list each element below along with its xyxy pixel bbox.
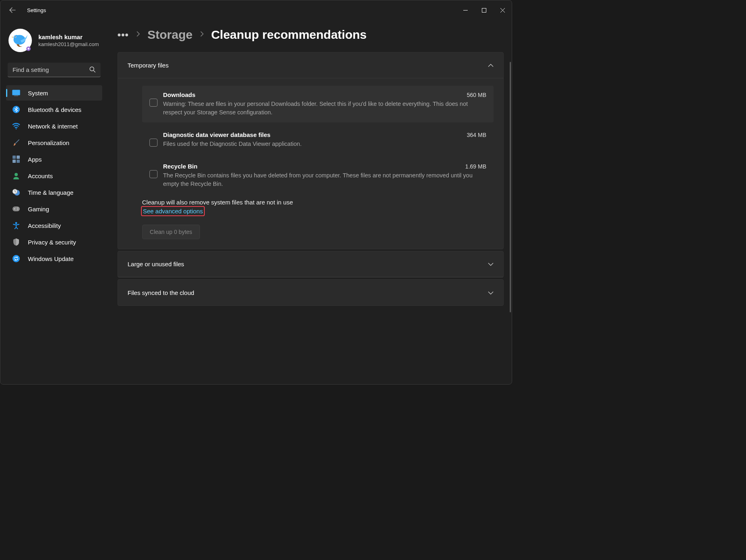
cleanup-note: Cleanup will also remove system files th… bbox=[142, 199, 494, 206]
cloud-files-header[interactable]: Files synced to the cloud bbox=[118, 280, 503, 305]
update-icon bbox=[12, 254, 21, 263]
large-files-header[interactable]: Large or unused files bbox=[118, 251, 503, 277]
svg-point-16 bbox=[15, 173, 18, 176]
sidebar-item-update[interactable]: Windows Update bbox=[6, 251, 102, 266]
titlebar: Settings bbox=[0, 0, 512, 20]
sidebar-item-personalization[interactable]: Personalization bbox=[6, 135, 102, 150]
content-area: ••• Storage Cleanup recommendations Temp… bbox=[105, 20, 512, 307]
item-description: The Recycle Bin contains files you have … bbox=[163, 171, 486, 188]
sidebar: kamlesh kumar kamlesh2011@gmail.com Syst… bbox=[0, 20, 105, 384]
sidebar-item-time[interactable]: Time & language bbox=[6, 185, 102, 200]
wifi-icon bbox=[12, 122, 21, 131]
svg-rect-0 bbox=[482, 8, 486, 12]
sidebar-item-label: Network & internet bbox=[28, 123, 98, 130]
svg-point-23 bbox=[15, 222, 17, 224]
window-controls bbox=[456, 2, 512, 18]
sidebar-item-label: System bbox=[28, 90, 98, 97]
svg-point-4 bbox=[15, 36, 16, 37]
user-profile[interactable]: kamlesh kumar kamlesh2011@gmail.com bbox=[6, 25, 102, 59]
paintbrush-icon bbox=[12, 138, 21, 147]
sidebar-item-gaming[interactable]: Gaming bbox=[6, 201, 102, 217]
scrollbar[interactable] bbox=[510, 62, 511, 312]
item-title: Downloads bbox=[163, 91, 467, 98]
maximize-button[interactable] bbox=[475, 2, 493, 18]
cleanup-button[interactable]: Clean up 0 bytes bbox=[142, 225, 200, 239]
minimize-icon bbox=[463, 8, 468, 13]
person-icon bbox=[12, 171, 21, 180]
item-size: 560 MB bbox=[467, 92, 486, 98]
chevron-up-icon bbox=[488, 62, 494, 69]
bluetooth-icon bbox=[12, 105, 21, 114]
close-button[interactable] bbox=[493, 2, 512, 18]
svg-point-6 bbox=[27, 48, 29, 49]
page-title: Cleanup recommendations bbox=[211, 28, 367, 42]
temporary-files-header[interactable]: Temporary files bbox=[118, 53, 503, 78]
sidebar-item-accounts[interactable]: Accounts bbox=[6, 168, 102, 183]
sidebar-item-apps[interactable]: Apps bbox=[6, 152, 102, 167]
checkbox-downloads[interactable] bbox=[149, 99, 158, 107]
large-files-panel: Large or unused files bbox=[118, 251, 504, 278]
item-description: Files used for the Diagnostic Data Viewe… bbox=[163, 140, 486, 148]
avatar bbox=[8, 29, 32, 52]
user-email: kamlesh2011@gmail.com bbox=[38, 41, 99, 47]
sidebar-item-label: Bluetooth & devices bbox=[28, 106, 98, 113]
gear-icon bbox=[26, 46, 31, 51]
close-icon bbox=[500, 8, 505, 13]
item-title: Recycle Bin bbox=[163, 163, 465, 170]
item-size: 364 MB bbox=[467, 132, 486, 138]
temporary-files-body: Downloads 560 MB Warning: These are file… bbox=[118, 78, 503, 249]
item-description: Warning: These are files in your persona… bbox=[163, 100, 486, 117]
svg-rect-14 bbox=[13, 160, 16, 163]
chevron-right-icon bbox=[136, 31, 140, 38]
bird-avatar-icon bbox=[11, 33, 29, 48]
search-icon bbox=[89, 66, 96, 74]
minimize-button[interactable] bbox=[456, 2, 475, 18]
chevron-down-icon bbox=[488, 289, 494, 296]
checkbox-diagnostic[interactable] bbox=[149, 139, 158, 147]
nav-list: System Bluetooth & devices Network & int… bbox=[6, 85, 102, 266]
back-button[interactable] bbox=[8, 5, 17, 15]
panel-title: Temporary files bbox=[128, 62, 488, 69]
svg-rect-19 bbox=[13, 206, 20, 211]
chevron-right-icon bbox=[200, 31, 204, 38]
search-input[interactable] bbox=[8, 63, 101, 77]
svg-rect-9 bbox=[14, 96, 18, 97]
sidebar-item-system[interactable]: System bbox=[6, 85, 102, 101]
sidebar-item-label: Privacy & security bbox=[28, 239, 98, 246]
sidebar-item-label: Windows Update bbox=[28, 255, 98, 262]
cleanup-item-downloads: Downloads 560 MB Warning: These are file… bbox=[142, 86, 494, 122]
svg-rect-13 bbox=[17, 156, 20, 159]
settings-window: Settings bbox=[0, 0, 512, 385]
cleanup-item-diagnostic: Diagnostic data viewer database files 36… bbox=[142, 126, 494, 154]
sidebar-item-accessibility[interactable]: Accessibility bbox=[6, 218, 102, 233]
sidebar-item-label: Apps bbox=[28, 156, 98, 163]
temporary-files-panel: Temporary files Downloads 560 MB Warning… bbox=[118, 52, 504, 249]
breadcrumb-more[interactable]: ••• bbox=[118, 33, 129, 37]
search-container bbox=[8, 63, 101, 77]
svg-point-2 bbox=[14, 35, 20, 40]
sidebar-item-label: Time & language bbox=[28, 189, 98, 196]
item-title: Diagnostic data viewer database files bbox=[163, 131, 467, 138]
sidebar-item-label: Accounts bbox=[28, 173, 98, 179]
cloud-files-panel: Files synced to the cloud bbox=[118, 279, 504, 306]
svg-point-20 bbox=[14, 208, 15, 209]
sidebar-item-bluetooth[interactable]: Bluetooth & devices bbox=[6, 102, 102, 117]
chevron-down-icon bbox=[488, 261, 494, 267]
breadcrumb: ••• Storage Cleanup recommendations bbox=[118, 28, 504, 42]
sidebar-item-privacy[interactable]: Privacy & security bbox=[6, 234, 102, 250]
svg-point-22 bbox=[17, 209, 18, 210]
svg-rect-15 bbox=[17, 160, 20, 163]
breadcrumb-storage[interactable]: Storage bbox=[147, 28, 193, 42]
checkbox-recyclebin[interactable] bbox=[149, 170, 158, 178]
shield-icon bbox=[12, 238, 21, 246]
svg-rect-12 bbox=[13, 156, 16, 159]
clock-globe-icon bbox=[12, 188, 21, 197]
maximize-icon bbox=[482, 8, 486, 13]
sidebar-item-network[interactable]: Network & internet bbox=[6, 118, 102, 134]
panel-title: Files synced to the cloud bbox=[128, 289, 488, 296]
back-arrow-icon bbox=[9, 7, 16, 13]
accessibility-icon bbox=[12, 221, 21, 230]
item-size: 1.69 MB bbox=[465, 163, 486, 170]
gamepad-icon bbox=[12, 204, 21, 213]
see-advanced-options-link[interactable]: See advanced options bbox=[142, 207, 204, 215]
